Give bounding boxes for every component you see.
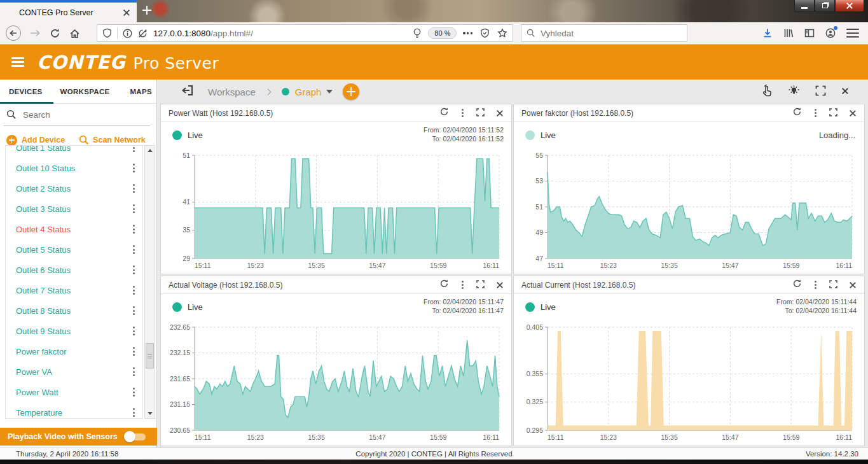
refresh-icon[interactable] xyxy=(792,107,802,119)
add-widget-button[interactable] xyxy=(343,83,359,100)
device-list-item[interactable]: Power VA xyxy=(6,362,142,382)
panel-close-icon[interactable] xyxy=(849,281,857,289)
page-actions-icon[interactable] xyxy=(463,32,472,34)
device-list-item[interactable]: Outlet 2 Status xyxy=(6,178,142,199)
fullscreen-icon[interactable] xyxy=(815,85,826,99)
playback-toggle[interactable] xyxy=(124,431,148,442)
tab-maps[interactable]: MAPS xyxy=(130,88,151,95)
browser-search-input[interactable] xyxy=(541,29,668,38)
expand-icon[interactable] xyxy=(476,108,485,119)
item-menu-icon[interactable] xyxy=(132,366,136,377)
item-menu-icon[interactable] xyxy=(132,203,136,214)
browser-menu-icon[interactable] xyxy=(846,29,859,38)
item-menu-icon[interactable] xyxy=(132,386,136,397)
item-menu-icon[interactable] xyxy=(132,407,136,418)
home-button[interactable] xyxy=(69,28,80,39)
touch-mode-icon[interactable] xyxy=(761,85,773,99)
panel-menu-icon[interactable] xyxy=(460,108,465,118)
item-menu-icon[interactable] xyxy=(132,305,136,316)
device-list-item[interactable]: Outlet 5 Status xyxy=(6,239,142,260)
app-header: CONTEG Pro Server xyxy=(0,45,868,80)
list-scrollbar[interactable] xyxy=(144,145,155,419)
browser-tab[interactable]: CONTEG Pro Server xyxy=(0,0,137,22)
panel-close-icon[interactable] xyxy=(849,109,857,117)
svg-text:55: 55 xyxy=(535,151,543,159)
refresh-icon[interactable] xyxy=(439,107,449,119)
device-list-item[interactable]: Outlet 4 Status xyxy=(6,219,142,239)
window-minimize-button[interactable] xyxy=(794,0,815,12)
window-restore-button[interactable] xyxy=(815,0,835,12)
tab-devices[interactable]: DEVICES xyxy=(9,88,43,95)
panel-menu-icon[interactable] xyxy=(813,108,818,118)
breadcrumb-graph[interactable]: Graph xyxy=(295,87,322,97)
svg-text:15:23: 15:23 xyxy=(600,433,617,441)
item-menu-icon[interactable] xyxy=(132,264,136,275)
url-text[interactable]: 127.0.0.1:8080/app.html#/ xyxy=(153,29,413,38)
scroll-down-icon[interactable] xyxy=(145,409,155,418)
expand-icon[interactable] xyxy=(829,279,837,291)
item-menu-icon[interactable] xyxy=(132,145,136,153)
info-icon[interactable] xyxy=(123,29,132,38)
device-list-item[interactable]: Outlet 3 Status xyxy=(6,199,142,219)
device-list-item[interactable]: Outlet 9 Status xyxy=(6,321,142,341)
back-to-workspace-icon[interactable] xyxy=(181,85,194,99)
zoom-level-pill[interactable]: 80 % xyxy=(428,27,457,39)
item-menu-icon[interactable] xyxy=(132,162,136,173)
device-list-item[interactable]: Power fakctor xyxy=(6,341,142,362)
device-list-item[interactable]: Outlet 7 Status xyxy=(6,280,142,300)
chevron-down-icon[interactable] xyxy=(326,90,333,94)
window-close-button[interactable] xyxy=(835,0,864,12)
tab-workspace[interactable]: WORKSPACE xyxy=(60,88,110,95)
panel-menu-icon[interactable] xyxy=(813,279,818,290)
lightbulb-icon[interactable] xyxy=(413,28,422,39)
device-list-item[interactable]: Outlet 8 Status xyxy=(6,300,142,321)
expand-icon[interactable] xyxy=(476,279,485,291)
panel-menu-icon[interactable] xyxy=(460,279,465,290)
panel-close-icon[interactable] xyxy=(496,109,504,117)
expand-icon[interactable] xyxy=(829,108,837,119)
add-device-button[interactable]: Add Device xyxy=(6,135,65,146)
device-list-item[interactable]: Outlet 1 Status xyxy=(6,145,142,158)
autoplay-blocked-icon[interactable] xyxy=(137,28,148,39)
library-icon[interactable] xyxy=(783,28,794,38)
shield-icon[interactable] xyxy=(102,28,112,38)
scan-network-button[interactable]: Scan Network xyxy=(79,135,146,145)
forward-button[interactable] xyxy=(29,28,41,38)
device-list-item[interactable]: Outlet 10 Status xyxy=(6,158,142,178)
downloads-icon[interactable] xyxy=(762,28,773,38)
device-label: Outlet 2 Status xyxy=(16,184,132,193)
item-menu-icon[interactable] xyxy=(132,325,136,336)
device-search-input[interactable] xyxy=(23,110,137,120)
bookmark-star-icon[interactable] xyxy=(497,28,507,38)
back-button[interactable] xyxy=(5,25,22,41)
account-icon[interactable] xyxy=(825,28,836,38)
browser-search-bar[interactable] xyxy=(521,24,687,42)
refresh-icon[interactable] xyxy=(439,279,449,291)
panel-title: Actual Current (Host 192.168.0.5) xyxy=(521,281,792,290)
close-workspace-icon[interactable] xyxy=(841,87,850,96)
item-menu-icon[interactable] xyxy=(132,346,136,356)
device-list-item[interactable]: Temperature xyxy=(6,402,142,419)
url-bar[interactable]: 127.0.0.1:8080/app.html#/ 80 % xyxy=(97,24,513,42)
item-menu-icon[interactable] xyxy=(132,244,136,255)
device-list-item[interactable]: Outlet 6 Status xyxy=(6,260,142,280)
reload-button[interactable] xyxy=(50,28,60,39)
tab-close-icon[interactable] xyxy=(123,9,130,17)
sidebars-icon[interactable] xyxy=(804,28,815,38)
panel-close-icon[interactable] xyxy=(496,281,504,289)
light-bulb-icon[interactable] xyxy=(788,85,800,99)
scroll-up-icon[interactable] xyxy=(145,146,155,155)
new-tab-button[interactable] xyxy=(142,6,154,17)
protections-shield-icon[interactable] xyxy=(480,28,490,38)
device-list-item[interactable]: Power Watt xyxy=(6,382,142,402)
item-menu-icon[interactable] xyxy=(132,223,136,234)
panel-header: Power fakctor (Host 192.168.0.5) xyxy=(514,104,864,122)
device-search[interactable] xyxy=(0,104,156,125)
item-menu-icon[interactable] xyxy=(132,285,136,295)
item-menu-icon[interactable] xyxy=(132,183,136,193)
refresh-icon[interactable] xyxy=(792,279,802,291)
breadcrumb-workspace[interactable]: Workspace xyxy=(208,87,256,97)
scrollbar-thumb[interactable] xyxy=(146,343,154,369)
app-menu-icon[interactable] xyxy=(11,57,24,67)
svg-text:0.325: 0.325 xyxy=(527,398,543,405)
